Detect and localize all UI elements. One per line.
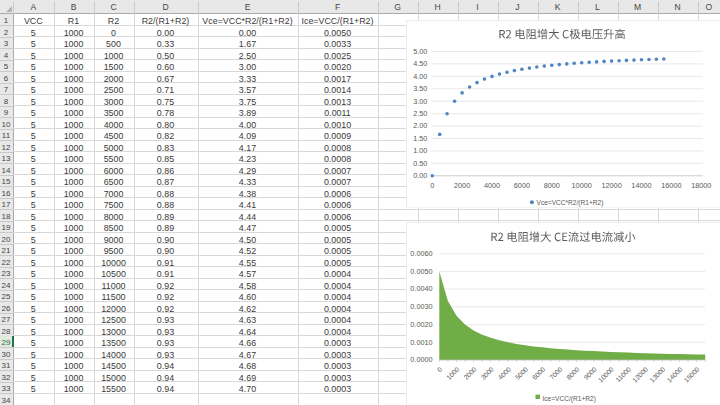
svg-text:Ice=VCC/(R1+R2): Ice=VCC/(R1+R2) — [542, 395, 595, 403]
svg-text:10000: 10000 — [571, 181, 591, 190]
svg-text:5.00: 5.00 — [413, 47, 427, 56]
svg-text:0.0040: 0.0040 — [410, 284, 432, 293]
svg-text:2.00: 2.00 — [413, 121, 427, 130]
svg-text:2000: 2000 — [454, 181, 470, 190]
svg-text:6000: 6000 — [513, 181, 529, 190]
svg-text:0.00: 0.00 — [413, 171, 427, 180]
svg-text:16000: 16000 — [661, 181, 681, 190]
svg-text:Vce=VCC*R2/(R1+R2): Vce=VCC*R2/(R1+R2) — [536, 199, 603, 207]
svg-text:0.0000: 0.0000 — [410, 355, 432, 364]
svg-text:2.50: 2.50 — [413, 109, 427, 118]
svg-text:12000: 12000 — [601, 181, 621, 190]
svg-text:4.50: 4.50 — [413, 59, 427, 68]
svg-text:18000: 18000 — [691, 181, 711, 190]
svg-text:14000: 14000 — [631, 181, 651, 190]
svg-text:3.50: 3.50 — [413, 84, 427, 93]
svg-text:3.00: 3.00 — [413, 97, 427, 106]
svg-text:0.0050: 0.0050 — [410, 267, 432, 276]
svg-text:0.0030: 0.0030 — [410, 302, 432, 311]
svg-text:0.0010: 0.0010 — [410, 338, 432, 347]
svg-text:4.00: 4.00 — [413, 72, 427, 81]
svg-text:8000: 8000 — [543, 181, 559, 190]
svg-text:0.0060: 0.0060 — [410, 249, 432, 258]
svg-text:0.50: 0.50 — [413, 159, 427, 168]
svg-text:0: 0 — [430, 181, 434, 190]
svg-text:1.50: 1.50 — [413, 134, 427, 143]
svg-text:0.0020: 0.0020 — [410, 320, 432, 329]
svg-text:1.00: 1.00 — [413, 146, 427, 155]
svg-text:4000: 4000 — [483, 181, 499, 190]
